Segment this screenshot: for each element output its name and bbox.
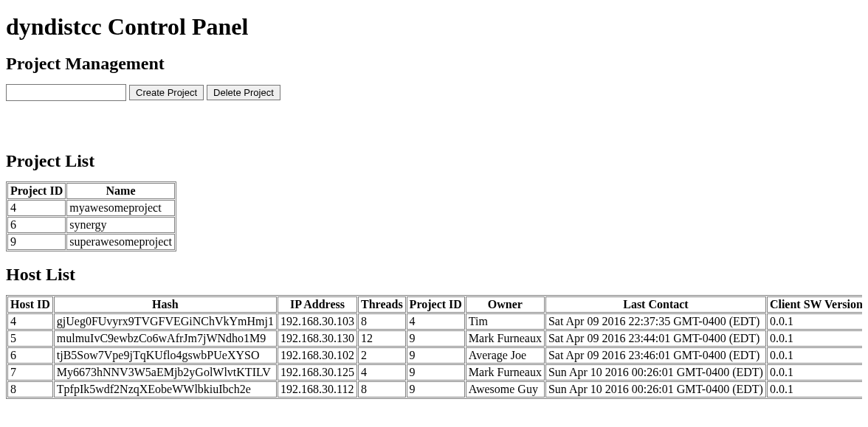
- cell-owner: Tim: [466, 313, 545, 330]
- col-project-name: Name: [66, 183, 175, 199]
- cell-hash: My6673hNNV3W5aEMjb2yGolWlvtKTILV: [54, 364, 277, 381]
- cell-owner: Average Joe: [466, 347, 545, 364]
- cell-version: 0.0.1: [767, 313, 862, 330]
- col-ip: IP Address: [278, 296, 357, 313]
- cell-hash: tjB5Sow7Vpe9jTqKUflo4gswbPUeXYSO: [54, 347, 277, 364]
- project-management-heading: Project Management: [6, 54, 862, 74]
- cell-owner: Mark Furneaux: [466, 364, 545, 381]
- project-list-heading: Project List: [6, 151, 862, 171]
- cell-ip: 192.168.30.103: [278, 313, 357, 330]
- cell-hash: mulmuIvC9ewbzCo6wAfrJm7jWNdho1M9: [54, 330, 277, 347]
- cell-hash: TpfpIk5wdf2NzqXEobeWWlbkiuIbch2e: [54, 381, 277, 398]
- cell-id: 4: [7, 200, 66, 216]
- table-row: 7My6673hNNV3W5aEMjb2yGolWlvtKTILV192.168…: [7, 364, 862, 381]
- col-owner: Owner: [466, 296, 545, 313]
- table-row: 4gjUeg0FUvyrx9TVGFVEGiNChVkYmHmj1192.168…: [7, 313, 862, 330]
- col-host-id: Host ID: [7, 296, 53, 313]
- create-project-button[interactable]: Create Project: [129, 85, 204, 100]
- cell-owner: Mark Furneaux: [466, 330, 545, 347]
- cell-version: 0.0.1: [767, 347, 862, 364]
- col-version: Client SW Version: [767, 296, 862, 313]
- cell-version: 0.0.1: [767, 364, 862, 381]
- table-row: 5mulmuIvC9ewbzCo6wAfrJm7jWNdho1M9192.168…: [7, 330, 862, 347]
- table-row: 8TpfpIk5wdf2NzqXEobeWWlbkiuIbch2e192.168…: [7, 381, 862, 398]
- table-row: 6tjB5Sow7Vpe9jTqKUflo4gswbPUeXYSO192.168…: [7, 347, 862, 364]
- cell-id: 9: [7, 234, 66, 250]
- cell-name: myawesomeproject: [66, 200, 175, 216]
- col-threads: Threads: [358, 296, 406, 313]
- cell-ip: 192.168.30.130: [278, 330, 357, 347]
- cell-ip: 192.168.30.125: [278, 364, 357, 381]
- table-row: 4myawesomeproject: [7, 200, 175, 216]
- cell-host_id: 4: [7, 313, 53, 330]
- delete-project-button[interactable]: Delete Project: [207, 85, 280, 100]
- cell-hash: gjUeg0FUvyrx9TVGFVEGiNChVkYmHmj1: [54, 313, 277, 330]
- host-list-table: Host ID Hash IP Address Threads Project …: [6, 295, 862, 399]
- cell-id: 6: [7, 217, 66, 233]
- cell-owner: Awesome Guy: [466, 381, 545, 398]
- table-row: 9superawesomeproject: [7, 234, 175, 250]
- cell-threads: 8: [358, 381, 406, 398]
- cell-ip: 192.168.30.112: [278, 381, 357, 398]
- cell-last_contact: Sat Apr 09 2016 23:46:01 GMT-0400 (EDT): [545, 347, 766, 364]
- cell-project_id: 9: [407, 330, 465, 347]
- cell-version: 0.0.1: [767, 381, 862, 398]
- col-last-contact: Last Contact: [545, 296, 766, 313]
- cell-threads: 8: [358, 313, 406, 330]
- cell-project_id: 9: [407, 347, 465, 364]
- host-list-heading: Host List: [6, 265, 862, 285]
- cell-name: synergy: [66, 217, 175, 233]
- col-project-id: Project ID: [7, 183, 66, 199]
- page-title: dyndistcc Control Panel: [6, 13, 862, 41]
- cell-threads: 4: [358, 364, 406, 381]
- cell-project_id: 9: [407, 381, 465, 398]
- project-name-input[interactable]: [6, 84, 126, 101]
- table-row: 6synergy: [7, 217, 175, 233]
- cell-last_contact: Sun Apr 10 2016 00:26:01 GMT-0400 (EDT): [545, 381, 766, 398]
- col-project-id: Project ID: [407, 296, 465, 313]
- table-header-row: Host ID Hash IP Address Threads Project …: [7, 296, 862, 313]
- table-header-row: Project ID Name: [7, 183, 175, 199]
- cell-name: superawesomeproject: [66, 234, 175, 250]
- cell-threads: 12: [358, 330, 406, 347]
- cell-last_contact: Sat Apr 09 2016 22:37:35 GMT-0400 (EDT): [545, 313, 766, 330]
- cell-last_contact: Sat Apr 09 2016 23:44:01 GMT-0400 (EDT): [545, 330, 766, 347]
- cell-host_id: 8: [7, 381, 53, 398]
- cell-host_id: 5: [7, 330, 53, 347]
- cell-project_id: 4: [407, 313, 465, 330]
- cell-host_id: 6: [7, 347, 53, 364]
- project-list-table: Project ID Name 4myawesomeproject6synerg…: [6, 181, 176, 251]
- cell-ip: 192.168.30.102: [278, 347, 357, 364]
- cell-version: 0.0.1: [767, 330, 862, 347]
- cell-last_contact: Sun Apr 10 2016 00:26:01 GMT-0400 (EDT): [545, 364, 766, 381]
- col-hash: Hash: [54, 296, 277, 313]
- cell-project_id: 9: [407, 364, 465, 381]
- cell-threads: 2: [358, 347, 406, 364]
- cell-host_id: 7: [7, 364, 53, 381]
- project-form: Create Project Delete Project: [6, 84, 862, 101]
